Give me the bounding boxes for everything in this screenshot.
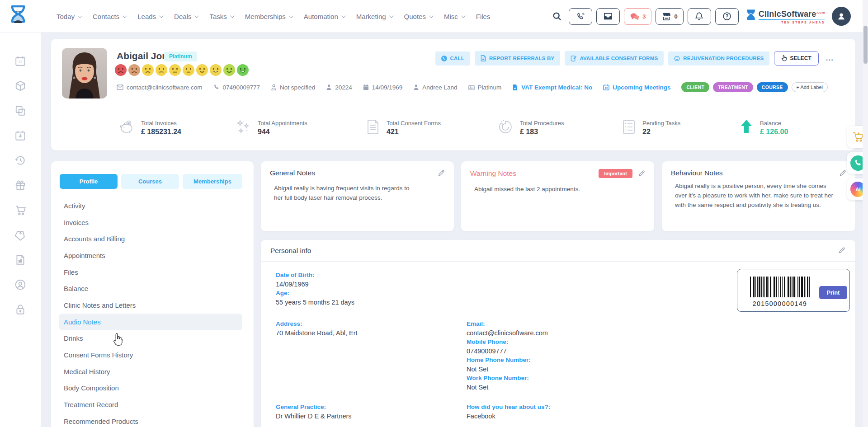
nav-contacts[interactable]: Contacts [93,13,126,20]
menu-drinks[interactable]: Drinks [51,330,254,347]
report-icon[interactable] [14,254,26,266]
patient-id[interactable]: 20224 [326,84,352,91]
calendar-icon[interactable]: 12 [14,55,26,67]
mood-sad-icon[interactable] [142,64,154,76]
menu-appointments[interactable]: Appointments [51,247,254,264]
brand-logo[interactable]: ClinicSoftware.com TEN STEPS AHEAD [745,9,825,24]
upcoming-meetings-link[interactable]: 12 Upcoming Meetings [603,84,670,91]
tab-courses[interactable]: Courses [121,174,179,189]
nav-deals[interactable]: Deals [174,13,198,20]
menu-medical-history[interactable]: Medical History [51,363,254,380]
menu-consent-forms-history[interactable]: Consent Forms History [51,347,254,363]
nav-tasks[interactable]: Tasks [209,13,233,20]
nav-quotes[interactable]: Quotes [404,13,432,20]
mood-flat-icon[interactable] [169,64,181,76]
patient-address-status[interactable]: Not specified [271,84,315,91]
menu-activity[interactable]: Activity [51,197,254,214]
arrow-up-icon [739,118,754,137]
id-card-icon [468,84,475,90]
nav-misc[interactable]: Misc [444,13,464,20]
menu-clinic-notes-and-letters[interactable]: Clinic Notes and Letters [51,297,254,314]
patient-header-card: Abigail Jones Platinum contact@clinicsof… [51,39,855,150]
calendar-import-icon[interactable] [14,130,26,141]
tag-icon[interactable] [14,229,26,241]
rejuvenation-procedures-button[interactable]: REJUVENATION PROCEDURES [668,52,769,66]
label-course[interactable]: COURSE [757,82,788,92]
pointer-icon [781,55,787,61]
print-button[interactable]: Print [819,286,847,299]
nav-leads[interactable]: Leads [137,13,162,20]
more-actions-button[interactable]: ... [823,54,836,63]
patient-phone[interactable]: 07490009777 [213,84,260,91]
phone-call-icon [576,12,585,21]
edit-icon[interactable] [838,247,845,256]
stat-value: £ 126.00 [760,128,788,136]
chat-count-badge: 3 [642,13,646,20]
label-client[interactable]: CLIENT [681,82,709,92]
chevron-down-icon [123,14,127,18]
tab-memberships[interactable]: Memberships [183,174,242,189]
search-button[interactable] [549,9,565,24]
tab-profile[interactable]: Profile [60,174,118,189]
nav-marketing[interactable]: Marketing [356,13,392,20]
app-logo[interactable] [9,5,27,27]
menu-files[interactable]: Files [51,264,254,281]
help-button[interactable] [715,8,739,25]
patient-photo[interactable] [62,48,107,99]
package-icon[interactable] [14,80,26,92]
label-treatment[interactable]: TREATMENT [713,82,753,92]
gift-icon[interactable] [14,179,26,191]
stat-total-appointments: Total Appointments944 [235,118,307,137]
available-consent-forms-button[interactable]: AVAILABLE CONSENT FORMS [565,51,664,66]
edit-icon[interactable] [438,169,445,177]
patient-email[interactable]: contact@clinicsoftware.com [117,84,203,91]
store-button[interactable]: 0 [656,8,683,25]
stats-row: Total Invoices£ 185231.24 Total Appointm… [51,118,855,147]
call-button[interactable]: CALL [435,52,470,66]
account-icon[interactable] [14,279,26,291]
menu-audio-notes[interactable]: Audio Notes [59,314,242,330]
mood-angry-icon[interactable] [114,64,127,76]
edit-icon[interactable] [839,169,846,177]
patient-branch[interactable]: Andree Land [413,84,457,91]
page-scrollbar[interactable] [863,0,868,427]
nav-today[interactable]: Today [57,13,81,20]
brand-name: ClinicSoftware.com [759,9,825,18]
chevron-down-icon [78,14,82,18]
menu-invoices[interactable]: Invoices [51,214,254,231]
mood-delighted-icon[interactable] [236,64,249,76]
notifications-button[interactable] [688,8,711,25]
menu-treatment-record[interactable]: Treatment Record [51,396,254,413]
patient-dob[interactable]: 14/09/1969 [363,84,403,91]
history-icon[interactable] [14,155,26,166]
copy-icon[interactable] [14,105,26,117]
dialer-button[interactable] [569,8,592,25]
lock-icon[interactable] [14,304,26,315]
nav-files[interactable]: Files [476,13,491,20]
mood-neutral-icon[interactable] [182,64,195,76]
important-badge: Important [599,169,632,178]
menu-accounts-and-billing[interactable]: Accounts and Billing [51,230,254,247]
nav-memberships[interactable]: Memberships [245,13,292,20]
inbox-button[interactable] [596,8,620,25]
mood-ok-icon[interactable] [196,64,208,76]
report-referrals-button[interactable]: REPORT REFERRALS BY [475,51,560,66]
chat-notifications-button[interactable]: 3 [624,8,651,25]
menu-body-composition[interactable]: Body Composition [51,380,254,397]
mood-happy-icon[interactable] [223,64,236,76]
patient-membership[interactable]: Platinum [468,84,502,91]
scrollbar-thumb[interactable] [863,26,868,64]
edit-icon[interactable] [638,170,645,177]
vat-exempt-link[interactable]: VAT Exempt Medical: No [512,84,592,91]
menu-recommended-products[interactable]: Recommended Products [51,413,254,427]
mood-smile-icon[interactable] [209,64,222,76]
nav-automation[interactable]: Automation [304,13,344,20]
add-label-button[interactable]: + Add Label [792,82,828,92]
field-home-phone: Home Phone Number: Not Set [467,357,531,373]
mood-meh-icon[interactable] [155,64,168,76]
menu-balance[interactable]: Balance [51,280,254,297]
user-avatar-button[interactable] [832,7,851,26]
select-button[interactable]: SELECT [774,51,818,66]
cart-icon[interactable] [14,204,26,216]
mood-upset-icon[interactable] [128,64,141,76]
